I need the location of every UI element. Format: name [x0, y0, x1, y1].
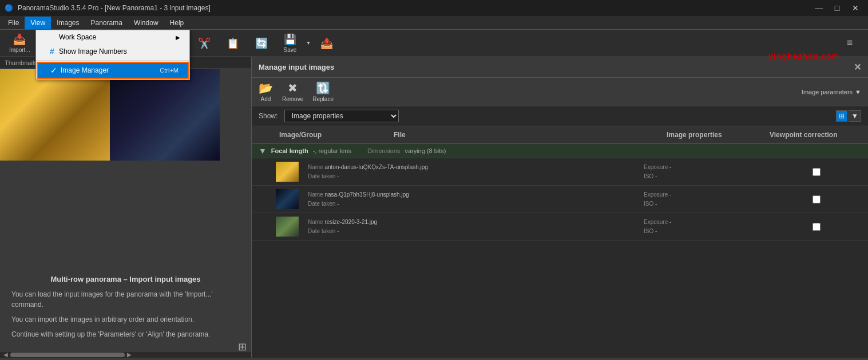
share-button[interactable]: 📤	[313, 35, 340, 52]
menu-item-file[interactable]: File	[2, 17, 25, 29]
show-select[interactable]: Image properties	[284, 110, 399, 122]
menu-item-help[interactable]: Help	[164, 17, 190, 29]
thumb-placeholder-gold	[0, 69, 110, 161]
stitch-button[interactable]: 📋	[219, 35, 247, 52]
crop-button[interactable]: ✂️	[191, 35, 218, 52]
row-filename-2: nasa-Q1p7bh3SHj8-unsplash.jpg	[324, 191, 409, 198]
remove-button[interactable]: ✖ Remove	[282, 81, 303, 102]
toolbar-right: ≡	[836, 35, 863, 51]
row-thumbnail-2[interactable]	[276, 189, 299, 209]
manager-close-button[interactable]: ✕	[854, 62, 861, 73]
dimensions-label: Dimensions	[367, 147, 400, 154]
image-params-dropdown-arrow: ▼	[855, 89, 861, 95]
row-filename-3: resize-2020-3-21.jpg	[324, 219, 377, 225]
dropdown-divider	[36, 60, 189, 61]
menu-item-images[interactable]: Images	[51, 17, 85, 29]
image-manager-check: ✓	[47, 66, 61, 75]
import-button[interactable]: 📥 Import...	[5, 31, 35, 55]
scroll-left-arrow[interactable]: ◀	[1, 351, 10, 358]
list-view-button[interactable]: ▼	[849, 110, 861, 122]
menu-bar: File View Images Panorama Window Help Wo…	[0, 16, 868, 30]
workspace-arrow: ▶	[176, 34, 180, 41]
right-panel: Manage input images ✕ 📂 Add ✖ Remove 🔃 R…	[252, 57, 868, 358]
row-date-1: -	[337, 173, 339, 179]
row-info-2: Name nasa-Q1p7bh3SHj8-unsplash.jpg Date …	[303, 190, 639, 209]
show-image-numbers-label: Show Image Numbers	[59, 47, 180, 55]
import-label: Import...	[9, 47, 30, 53]
viewpoint-checkbox-3[interactable]	[812, 223, 821, 231]
focal-length-value: -, regular lens	[313, 147, 351, 154]
share-icon: 📤	[320, 37, 333, 50]
title-bar-controls[interactable]: — □ ✕	[811, 2, 863, 14]
show-image-numbers-check: #	[45, 47, 59, 56]
dimensions-value: varying (8 bits)	[405, 147, 446, 154]
nav-icon: ⊞	[238, 341, 247, 353]
manager-toolbar-left: 📂 Add ✖ Remove 🔃 Replace	[259, 81, 334, 102]
minimize-button[interactable]: —	[811, 2, 827, 14]
workspace-label: Work Space	[59, 33, 176, 41]
title-bar: 🔵 PanoramaStudio 3.5.4 Pro - [New Panora…	[0, 0, 868, 16]
col-header-image-group: Image/Group	[275, 129, 389, 141]
thumb-earth	[276, 217, 299, 237]
maximize-button[interactable]: □	[829, 2, 845, 14]
row-thumbnail-3[interactable]	[276, 217, 299, 237]
replace-label: Replace	[312, 96, 334, 102]
row-date-3: -	[337, 228, 339, 234]
thumbnail-images	[0, 69, 251, 267]
col-header-viewpoint: Viewpoint correction	[765, 129, 868, 141]
col-header-file: File	[389, 129, 662, 141]
instructions-title: Multi-row panorama – Import input images	[11, 274, 240, 285]
menu-item-view[interactable]: View	[25, 17, 51, 29]
scroll-right-arrow[interactable]: ▶	[125, 351, 134, 358]
menu-item-panorama[interactable]: Panorama	[85, 17, 128, 29]
instructions-para1: You can load the input images for the pa…	[11, 289, 240, 310]
replace-button[interactable]: 🔃 Replace	[312, 81, 334, 102]
instructions-panel: Multi-row panorama – Import input images…	[0, 267, 251, 351]
menu-item-window[interactable]: Window	[128, 17, 164, 29]
rotate-button[interactable]: 🔄	[248, 35, 275, 52]
row-filename-label-3: Name resize-2020-3-21.jpg	[308, 218, 635, 227]
table-row: Name anton-darius-IuQKQxZs-TA-unsplash.j…	[252, 158, 868, 186]
viewpoint-checkbox-2[interactable]	[812, 195, 821, 203]
row-checkbox-1	[765, 168, 868, 176]
save-icon: 💾	[284, 33, 296, 46]
main-content: Thumbnails Multi-row panorama – Import i…	[0, 57, 868, 358]
table-row: Name resize-2020-3-21.jpg Date taken - E…	[252, 213, 868, 241]
grid-toggle: ⊞ ▼	[836, 110, 861, 122]
dropdown-item-image-manager[interactable]: ✓ Image Manager Ctrl+M	[37, 62, 189, 79]
row-exposure-2: Exposure -	[644, 190, 760, 199]
dropdown-item-workspace[interactable]: Work Space ▶	[36, 30, 189, 44]
watermark-text: yinghezhan.com	[768, 51, 839, 61]
focal-expand-arrow[interactable]: ▼	[259, 146, 267, 155]
add-button[interactable]: 📂 Add	[259, 81, 273, 102]
row-thumbnail-1[interactable]	[276, 162, 299, 182]
instructions-para2: You can import the images in arbitrary o…	[11, 314, 240, 325]
save-dropdown[interactable]: ▼	[305, 38, 312, 48]
viewpoint-checkbox-1[interactable]	[812, 168, 821, 176]
image-table: Image/Group File Image properties Viewpo…	[252, 126, 868, 358]
remove-label: Remove	[282, 96, 303, 102]
scroll-thumb[interactable]	[10, 353, 125, 357]
thumb-placeholder-dark	[110, 69, 220, 161]
row-info-3: Name resize-2020-3-21.jpg Date taken -	[303, 218, 639, 236]
close-button[interactable]: ✕	[847, 2, 863, 14]
grid-view-button[interactable]: ⊞	[836, 110, 847, 122]
crop-icon: ✂️	[198, 37, 211, 50]
thumb-image-2[interactable]	[110, 69, 220, 161]
horizontal-scrollbar[interactable]: ◀ ▶	[0, 351, 251, 358]
row-iso-3: ISO -	[644, 227, 760, 236]
app-icon: 🔵	[5, 4, 13, 12]
table-row: Name nasa-Q1p7bh3SHj8-unsplash.jpg Date …	[252, 186, 868, 213]
manager-toolbar-right[interactable]: Image parameters ▼	[802, 89, 861, 95]
dropdown-item-show-image-numbers[interactable]: # Show Image Numbers	[36, 44, 189, 59]
row-date-label-1: Date taken -	[308, 172, 635, 181]
save-button[interactable]: 💾 Save	[276, 31, 304, 55]
image-table-header: Image/Group File Image properties Viewpo…	[252, 126, 868, 144]
menu-button[interactable]: ≡	[836, 35, 863, 51]
row-exposure-3: Exposure -	[644, 218, 760, 227]
show-row: Show: Image properties ⊞ ▼	[252, 106, 868, 126]
add-icon: 📂	[259, 81, 273, 95]
thumb-image-1[interactable]	[0, 69, 110, 161]
row-date-label-2: Date taken -	[308, 199, 635, 209]
title-bar-text: PanoramaStudio 3.5.4 Pro - [New Panorama…	[18, 4, 211, 12]
